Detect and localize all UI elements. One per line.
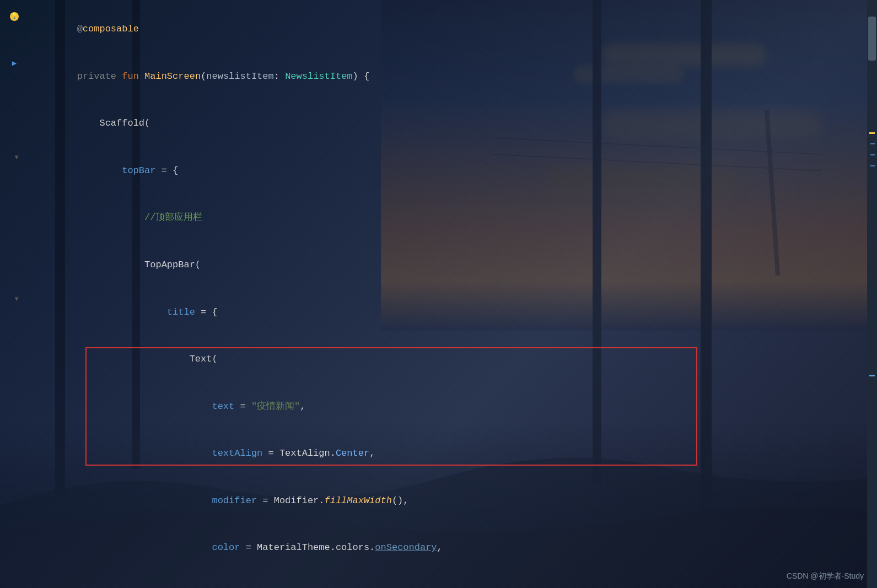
title-equals-brace: = {: [201, 307, 218, 317]
code-line-13: ): [0, 571, 877, 588]
text-comma: ,: [300, 401, 305, 412]
fillmaxwidth-method: fillMaxWidth: [325, 495, 392, 506]
mini-mark-2: [870, 154, 875, 155]
param-name: newslistItem: [206, 71, 273, 82]
onsecondary-link[interactable]: onSecondary: [375, 542, 437, 553]
scrollbar-mark-1: [869, 132, 875, 134]
code-line-12: color = MaterialTheme.colors.onSecondary…: [0, 524, 877, 571]
textalign-comma: ,: [369, 448, 375, 458]
attribution-text: CSDN @初学者-Study: [787, 571, 864, 580]
text-value: "疫情新闻": [251, 401, 300, 412]
paren-close-brace: ) {: [353, 71, 370, 82]
line-content-9: text = "疫情新闻",: [28, 384, 877, 429]
title-prop: title: [77, 307, 201, 317]
fold-arrow-7[interactable]: ▼: [12, 295, 21, 304]
color-comma: ,: [437, 542, 443, 553]
line-content-10: textAlign = TextAlign.Center,: [28, 431, 877, 476]
text-call: Text(: [77, 354, 218, 364]
paren-open: (: [201, 71, 206, 82]
code-line-1: 💡 @composable: [0, 6, 877, 53]
topappbar-call: TopAppBar(: [77, 260, 201, 270]
lightbulb-icon[interactable]: 💡: [10, 12, 19, 21]
line-content-7: title = {: [28, 289, 877, 335]
modifier-equals: = Modifier.: [262, 495, 324, 506]
code-line-3: Scaffold(: [0, 100, 877, 147]
line-content-6: TopAppBar(: [28, 242, 877, 288]
line-content-4: topBar = {: [28, 148, 877, 193]
mainscreen-name: MainScreen: [144, 71, 201, 82]
code-editor: 💡 @composable ▶ private fun MainScreen(n…: [0, 0, 877, 588]
at-symbol: @: [77, 24, 83, 34]
colon: :: [274, 71, 285, 82]
code-line-8: Text(: [0, 336, 877, 383]
line-content-1: @composable: [28, 7, 877, 52]
line-content-13: ): [28, 573, 877, 588]
fold-arrow-4[interactable]: ▼: [12, 154, 21, 163]
attribution: CSDN @初学者-Study: [787, 571, 864, 581]
center-value: Center: [336, 448, 369, 458]
line-content-11: modifier = Modifier.fillMaxWidth(),: [28, 478, 877, 524]
line-content-8: Text(: [28, 337, 877, 382]
code-container: 💡 @composable ▶ private fun MainScreen(n…: [0, 6, 877, 582]
scaffold-call: Scaffold(: [77, 118, 150, 128]
type-name: NewslistItem: [285, 71, 352, 82]
text-equals: =: [240, 401, 251, 412]
line-content-3: Scaffold(: [28, 101, 877, 146]
text-prop: text: [77, 401, 240, 412]
comment-topbar: //顶部应用栏: [77, 212, 203, 223]
code-line-2: ▶ private fun MainScreen(newslistItem: N…: [0, 53, 877, 100]
textalign-prop: textAlign: [77, 448, 268, 458]
line-content-2: private fun MainScreen(newslistItem: New…: [28, 54, 877, 99]
private-kw: private: [77, 71, 122, 82]
code-line-9: text = "疫情新闻",: [0, 383, 877, 430]
modifier-prop: modifier: [77, 495, 263, 506]
equals-brace: = {: [162, 165, 179, 176]
scrollbar-thumb[interactable]: [868, 17, 876, 61]
code-line-5: //顶部应用栏: [0, 194, 877, 241]
arrow-icon: ▶: [10, 60, 19, 68]
color-prop: color: [77, 542, 246, 553]
code-line-7: ▼ title = {: [0, 288, 877, 336]
modifier-parens-comma: (),: [392, 495, 409, 506]
line-content-12: color = MaterialTheme.colors.onSecondary…: [28, 525, 877, 570]
color-equals-material: = MaterialTheme.colors.: [246, 542, 375, 553]
topbar-prop: topBar: [77, 165, 162, 176]
fun-kw: fun: [122, 71, 144, 82]
textalign-equals: = TextAlign.: [268, 448, 335, 458]
composable-kw: composable: [83, 24, 139, 34]
code-line-10: textAlign = TextAlign.Center,: [0, 430, 877, 477]
mini-mark-3: [870, 165, 875, 166]
scrollbar-highlight-mark: [869, 375, 875, 376]
scrollbar-area: [867, 0, 877, 588]
line-content-5: //顶部应用栏: [28, 195, 877, 240]
code-line-11: modifier = Modifier.fillMaxWidth(),: [0, 477, 877, 525]
code-line-4: ▼ topBar = {: [0, 147, 877, 195]
code-line-6: TopAppBar(: [0, 241, 877, 289]
mini-mark-1: [870, 143, 875, 144]
